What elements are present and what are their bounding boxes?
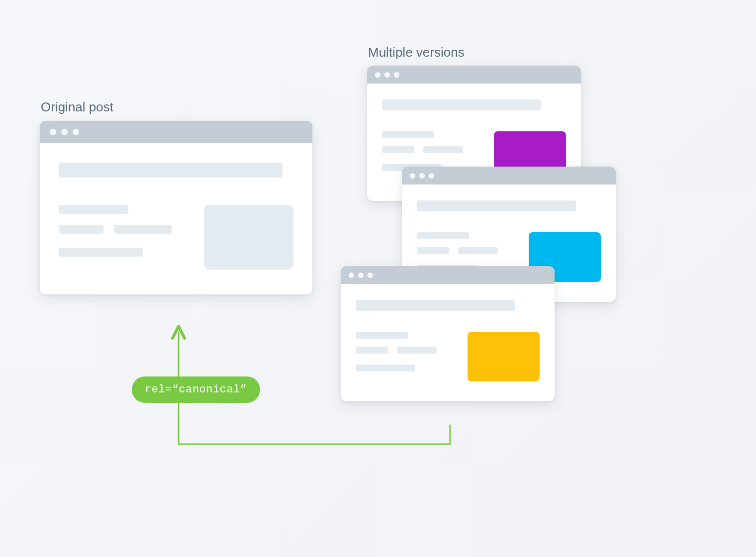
window-dot-icon bbox=[419, 173, 425, 179]
window-content bbox=[40, 143, 312, 294]
window-titlebar bbox=[40, 121, 312, 143]
rel-canonical-pill: rel=“canonical” bbox=[132, 376, 260, 403]
multiple-versions-label: Multiple versions bbox=[368, 45, 465, 60]
window-dot-icon bbox=[394, 72, 399, 78]
window-dot-icon bbox=[368, 273, 373, 278]
window-dot-icon bbox=[61, 129, 68, 135]
placeholder-heading bbox=[382, 99, 541, 110]
window-dot-icon bbox=[375, 72, 380, 78]
diagram-canvas: Original post Multiple versions bbox=[0, 0, 756, 557]
placeholder-image bbox=[204, 205, 293, 270]
placeholder-line bbox=[417, 247, 449, 254]
original-window bbox=[40, 121, 312, 294]
placeholder-line bbox=[458, 247, 498, 254]
window-dot-icon bbox=[73, 129, 79, 135]
window-dot-icon bbox=[349, 273, 354, 278]
placeholder-line bbox=[382, 131, 434, 138]
window-titlebar bbox=[402, 167, 616, 185]
placeholder-line bbox=[59, 248, 143, 257]
placeholder-line bbox=[423, 146, 463, 153]
placeholder-heading bbox=[417, 200, 576, 211]
window-dot-icon bbox=[410, 173, 415, 179]
window-dot-icon bbox=[50, 129, 56, 135]
placeholder-line bbox=[382, 146, 414, 153]
original-post-label: Original post bbox=[41, 99, 113, 115]
window-titlebar bbox=[341, 266, 555, 284]
window-dot-icon bbox=[358, 273, 364, 278]
placeholder-line bbox=[114, 225, 172, 234]
placeholder-line bbox=[59, 205, 128, 214]
window-dot-icon bbox=[384, 72, 390, 78]
placeholder-line bbox=[59, 225, 103, 234]
placeholder-heading bbox=[59, 163, 283, 178]
placeholder-image-yellow bbox=[468, 332, 540, 381]
placeholder-line bbox=[417, 232, 469, 239]
window-titlebar bbox=[367, 66, 581, 84]
window-dot-icon bbox=[429, 173, 434, 179]
placeholder-heading bbox=[356, 300, 515, 311]
